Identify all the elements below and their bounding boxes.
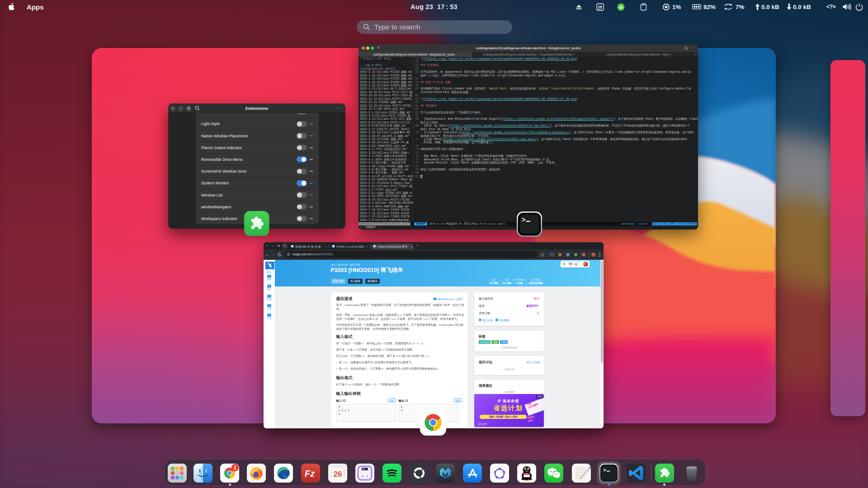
svg-text:>: > [603,467,606,473]
svg-text:1: 1 [234,465,236,470]
svg-text:Fz: Fz [305,469,315,479]
svg-text:>: > [521,216,525,224]
svg-text:26: 26 [334,470,342,479]
svg-text:拼: 拼 [598,4,603,9]
